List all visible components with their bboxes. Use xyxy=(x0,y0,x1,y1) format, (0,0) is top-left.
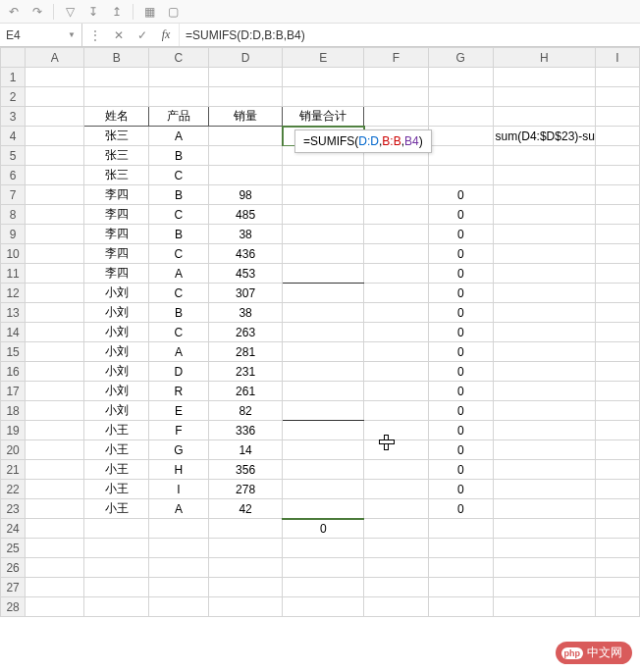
cell-D16[interactable]: 231 xyxy=(208,362,283,382)
cell-F16[interactable] xyxy=(364,362,429,382)
cell-C6[interactable]: C xyxy=(149,166,208,185)
cell-G7[interactable]: 0 xyxy=(428,185,493,205)
cell-B9[interactable]: 李四 xyxy=(84,225,149,244)
cell-H15[interactable] xyxy=(493,342,595,362)
cell-B16[interactable]: 小刘 xyxy=(84,362,149,382)
border-icon[interactable]: ▢ xyxy=(165,4,181,20)
cell-B22[interactable]: 小王 xyxy=(84,480,149,499)
row-header[interactable]: 22 xyxy=(1,480,26,499)
cell-C15[interactable]: A xyxy=(149,342,208,362)
cell-H13[interactable] xyxy=(493,303,595,323)
cell-D26[interactable] xyxy=(208,558,283,578)
cell-A28[interactable] xyxy=(26,597,84,617)
cell-I5[interactable] xyxy=(595,146,639,166)
cell-E21[interactable] xyxy=(283,460,364,480)
cell-B15[interactable]: 小刘 xyxy=(84,342,149,362)
cell-H21[interactable] xyxy=(493,460,595,480)
cell-H14[interactable] xyxy=(493,323,595,342)
fx-icon[interactable]: fx xyxy=(157,27,175,42)
cell-G21[interactable]: 0 xyxy=(428,460,493,480)
cell-D6[interactable] xyxy=(208,166,283,185)
col-header-F[interactable]: F xyxy=(364,48,429,68)
cell-C16[interactable]: D xyxy=(149,362,208,382)
cell-B18[interactable]: 小刘 xyxy=(84,401,149,421)
cell-A11[interactable] xyxy=(26,264,84,284)
row-header[interactable]: 10 xyxy=(1,244,26,264)
cell-C25[interactable] xyxy=(149,539,208,558)
cell-G17[interactable]: 0 xyxy=(428,382,493,401)
cell-G20[interactable]: 0 xyxy=(428,440,493,460)
cell-G26[interactable] xyxy=(428,558,493,578)
row-header[interactable]: 18 xyxy=(1,401,26,421)
cell-F6[interactable] xyxy=(364,166,429,185)
confirm-icon[interactable]: ✓ xyxy=(133,28,151,42)
cell-E28[interactable] xyxy=(283,597,364,617)
cell-D15[interactable]: 281 xyxy=(208,342,283,362)
cell-H2[interactable] xyxy=(493,87,595,107)
cell-I24[interactable] xyxy=(595,519,639,539)
cell-H10[interactable] xyxy=(493,244,595,264)
cell-D5[interactable] xyxy=(208,146,283,166)
cell-D28[interactable] xyxy=(208,597,283,617)
cell-F18[interactable] xyxy=(364,401,429,421)
cell-C23[interactable]: A xyxy=(149,499,208,519)
cell-E2[interactable] xyxy=(283,87,364,107)
cell-C19[interactable]: F xyxy=(149,421,208,440)
cell-H27[interactable] xyxy=(493,578,595,597)
cell-I17[interactable] xyxy=(595,382,639,401)
cell-F26[interactable] xyxy=(364,558,429,578)
cell-F2[interactable] xyxy=(364,87,429,107)
cell-A6[interactable] xyxy=(26,166,84,185)
cell-I11[interactable] xyxy=(595,264,639,284)
cell-G12[interactable]: 0 xyxy=(428,284,493,303)
cell-D25[interactable] xyxy=(208,539,283,558)
cell-H5[interactable] xyxy=(493,146,595,166)
cell-B13[interactable]: 小刘 xyxy=(84,303,149,323)
cell-F3[interactable] xyxy=(364,107,429,127)
cell-I14[interactable] xyxy=(595,323,639,342)
cell-E7[interactable] xyxy=(283,185,364,205)
cell-D8[interactable]: 485 xyxy=(208,205,283,225)
cell-A7[interactable] xyxy=(26,185,84,205)
cell-A24[interactable] xyxy=(26,519,84,539)
cell-C14[interactable]: C xyxy=(149,323,208,342)
cell-F23[interactable] xyxy=(364,499,429,519)
cell-A26[interactable] xyxy=(26,558,84,578)
cell-E8[interactable] xyxy=(283,205,364,225)
row-header[interactable]: 13 xyxy=(1,303,26,323)
cell-B10[interactable]: 李四 xyxy=(84,244,149,264)
cell-G4[interactable] xyxy=(428,127,493,146)
cell-A21[interactable] xyxy=(26,460,84,480)
row-header[interactable]: 2 xyxy=(1,87,26,107)
cell-B2[interactable] xyxy=(84,87,149,107)
cell-D11[interactable]: 453 xyxy=(208,264,283,284)
redo-icon[interactable]: ↷ xyxy=(29,4,45,20)
cell-F25[interactable] xyxy=(364,539,429,558)
cell-H12[interactable] xyxy=(493,284,595,303)
cell-C12[interactable]: C xyxy=(149,284,208,303)
cell-G5[interactable] xyxy=(428,146,493,166)
cell-D14[interactable]: 263 xyxy=(208,323,283,342)
cancel-icon[interactable]: ✕ xyxy=(110,28,128,42)
cell-D19[interactable]: 336 xyxy=(208,421,283,440)
col-header-G[interactable]: G xyxy=(428,48,493,68)
row-header[interactable]: 17 xyxy=(1,382,26,401)
cell-F15[interactable] xyxy=(364,342,429,362)
cell-F24[interactable] xyxy=(364,519,429,539)
cell-F12[interactable] xyxy=(364,284,429,303)
cell-F20[interactable] xyxy=(364,440,429,460)
cell-F19[interactable] xyxy=(364,421,429,440)
cell-C2[interactable] xyxy=(149,87,208,107)
cell-A12[interactable] xyxy=(26,284,84,303)
row-header[interactable]: 15 xyxy=(1,342,26,362)
row-header[interactable]: 8 xyxy=(1,205,26,225)
name-box[interactable]: E4 ▼ xyxy=(0,24,82,46)
cell-E6[interactable] xyxy=(283,166,364,185)
cell-I2[interactable] xyxy=(595,87,639,107)
cell-E19[interactable] xyxy=(283,421,364,440)
cell-D3[interactable]: 销量 xyxy=(208,107,283,127)
row-header[interactable]: 28 xyxy=(1,597,26,617)
cell-H3[interactable] xyxy=(493,107,595,127)
cell-C3[interactable]: 产品 xyxy=(149,107,208,127)
cell-G28[interactable] xyxy=(428,597,493,617)
